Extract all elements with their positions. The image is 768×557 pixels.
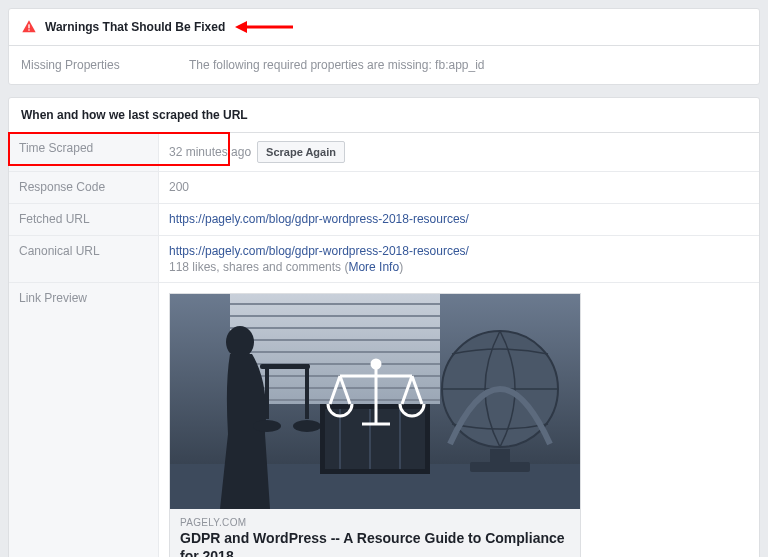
row-canonical-url: Canonical URL https://pagely.com/blog/gd… [9,236,759,283]
more-info-link[interactable]: More Info [348,260,399,274]
fetched-url-link[interactable]: https://pagely.com/blog/gdpr-wordpress-2… [169,212,469,226]
row-label: Fetched URL [9,204,159,235]
warnings-title: Warnings That Should Be Fixed [45,20,225,34]
scrape-again-button[interactable]: Scrape Again [257,141,345,163]
svg-point-16 [226,326,254,358]
row-value: 32 minutes ago Scrape Again [159,133,759,171]
svg-marker-3 [235,21,247,33]
row-label: Canonical URL [9,236,159,282]
link-preview-card[interactable]: PAGELY.COM GDPR and WordPress -- A Resou… [169,293,581,557]
row-time-scraped: Time Scraped 32 minutes ago Scrape Again [9,133,759,172]
canonical-url-link[interactable]: https://pagely.com/blog/gdpr-wordpress-2… [169,244,469,258]
link-preview-title: GDPR and WordPress -- A Resource Guide t… [180,530,570,557]
link-preview-domain: PAGELY.COM [180,517,570,528]
svg-point-19 [293,420,321,432]
svg-rect-18 [305,364,309,419]
warning-row: Missing Properties The following require… [9,46,759,84]
row-value: https://pagely.com/blog/gdpr-wordpress-2… [159,236,759,282]
warning-label: Missing Properties [21,58,189,72]
warning-value: The following required properties are mi… [189,58,485,72]
row-label: Link Preview [9,283,159,557]
row-fetched-url: Fetched URL https://pagely.com/blog/gdpr… [9,204,759,236]
canonical-meta-suffix: ) [399,260,403,274]
link-preview-image [170,294,580,509]
svg-point-21 [253,420,281,432]
canonical-meta: 118 likes, shares and comments (More Inf… [169,260,469,274]
row-label: Response Code [9,172,159,203]
canonical-meta-prefix: 118 likes, shares and comments ( [169,260,348,274]
warning-triangle-icon [21,19,37,35]
response-code-value: 200 [169,180,189,194]
row-link-preview: Link Preview [9,283,759,557]
warnings-panel: Warnings That Should Be Fixed Missing Pr… [8,8,760,85]
svg-rect-1 [28,29,29,30]
link-preview-body: PAGELY.COM GDPR and WordPress -- A Resou… [170,509,580,557]
svg-point-34 [372,360,380,368]
scrape-panel: When and how we last scraped the URL Tim… [8,97,760,557]
scrape-header: When and how we last scraped the URL [9,98,759,133]
svg-rect-31 [470,462,530,472]
svg-rect-20 [265,364,269,419]
row-value: https://pagely.com/blog/gdpr-wordpress-2… [159,204,759,234]
time-scraped-value: 32 minutes ago [169,145,251,159]
svg-rect-0 [28,24,29,28]
row-response-code: Response Code 200 [9,172,759,204]
warnings-header: Warnings That Should Be Fixed [9,9,759,46]
row-label: Time Scraped [9,133,159,171]
svg-rect-30 [490,449,510,464]
row-value: 200 [159,172,759,202]
arrow-left-annotation-icon [235,19,295,35]
row-value: PAGELY.COM GDPR and WordPress -- A Resou… [159,283,759,557]
